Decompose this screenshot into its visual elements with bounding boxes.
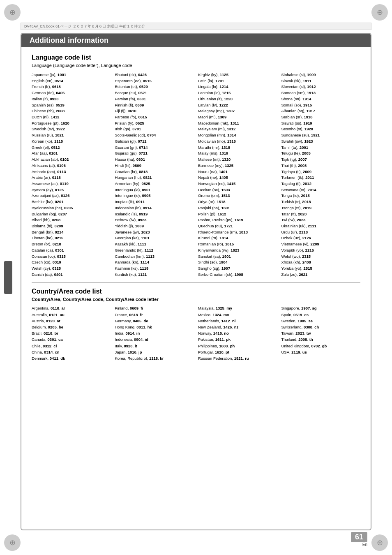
list-item: Cambodian (km), 1113 — [115, 254, 194, 260]
list-item: Ukrainian (uk), 2111 — [281, 223, 361, 229]
list-item: Mexico, 1324. mx — [198, 312, 277, 318]
list-item: Russian (ru), 1821 — [32, 132, 111, 139]
list-item: Azerbaijani (az), 0126 — [32, 193, 111, 199]
list-item: Tagalog (tl), 2012 — [281, 181, 361, 187]
language-list-title: Language code list — [32, 54, 360, 61]
page-number-area: 61 En — [351, 532, 367, 547]
language-col-1: Japanese (ja), 1001English (en), 0514Fre… — [32, 72, 111, 278]
list-item: Hebrew (iw), 0923 — [115, 217, 194, 223]
list-item: Yiddish (ji), 1009 — [115, 223, 194, 229]
list-item: Shona (sn), 1914 — [281, 96, 361, 102]
list-item: Marathi (mr), 1318 — [198, 145, 277, 151]
list-item: Malaysia, 1325. my — [198, 305, 277, 311]
list-item: Danish (da), 0401 — [32, 272, 111, 278]
list-item: Croatian (hr), 0818 — [115, 169, 194, 175]
list-item: Italy, 0920. it — [115, 343, 194, 349]
list-item: Germany, 0405. de — [115, 318, 194, 324]
list-item: Panjabi (pa), 1601 — [198, 205, 277, 211]
list-item: Thailand, 2008. th — [281, 336, 361, 342]
list-item: Thai (th), 2008 — [281, 163, 361, 169]
list-item: Hindi (hi), 0809 — [115, 163, 194, 169]
list-item: Guarani (gn), 0714 — [115, 145, 194, 151]
list-item: France, 0618. fr — [115, 312, 194, 318]
list-item: Japan, 1016. jp — [115, 349, 194, 355]
list-item: Pashto, Pushto (ps), 1619 — [198, 217, 277, 223]
list-item: Serbo-Croatian (sh), 1908 — [198, 272, 277, 278]
list-item: Macedonian (mk), 1311 — [198, 120, 277, 127]
list-item: Romanian (ro), 1815 — [198, 241, 277, 247]
list-item: Volapük (vo), 2215 — [281, 247, 361, 254]
list-item: Greek (el), 0512 — [32, 145, 111, 151]
list-item: Swedish (sv), 1922 — [32, 126, 111, 132]
list-item: Breton (br), 0218 — [32, 241, 111, 247]
list-item: Australia, 0121. au — [32, 312, 111, 318]
language-col-3: Kirghiz (ky), 1125Latin (la), 1201Lingal… — [198, 72, 277, 278]
list-item: Bashkir (ba), 0201 — [32, 199, 111, 205]
list-item: Occitan (oc), 1503 — [198, 187, 277, 193]
list-item: Catalan (ca), 0301 — [32, 247, 111, 254]
list-item: Switzerland, 0308. ch — [281, 324, 361, 330]
page-number-badge: 61 — [351, 532, 367, 542]
list-item: Icelandic (is), 0919 — [115, 211, 194, 217]
list-item: Wolof (wo), 2315 — [281, 254, 361, 260]
list-item: German (de), 0405 — [32, 90, 111, 96]
country-col-2: Finland, 0609. fiFrance, 0618. frGermany… — [115, 305, 194, 361]
list-item: Dutch (nl), 1412 — [32, 114, 111, 120]
list-item: Maori (mi), 1309 — [198, 114, 277, 120]
list-item: Norwegian (no), 1415 — [198, 181, 277, 187]
main-content: Additional information Language code lis… — [21, 33, 371, 530]
header-text: DV48AV_EN.book 61 ページ ２００７年６月６日 水曜日 午前１０… — [24, 24, 145, 29]
list-item: Burmese (my), 1325 — [198, 163, 277, 169]
list-item: Bihari (bh), 0208 — [32, 217, 111, 223]
list-item: Zulu (zu), 2621 — [281, 272, 361, 278]
list-item: Javanese (jw), 1023 — [115, 229, 194, 236]
language-code-table: Japanese (ja), 1001English (en), 0514Fre… — [32, 72, 360, 278]
list-item: Sesotho (st), 1920 — [281, 126, 361, 132]
list-item: Chile, 0312. cl — [32, 343, 111, 349]
list-item: Welsh (cy), 0325 — [32, 266, 111, 272]
country-list-subtitle: Country/Area, Country/Area code, Country… — [32, 297, 360, 302]
list-item: Norway, 1415. no — [198, 330, 277, 336]
list-item: Kirundi (rn), 1814 — [198, 235, 277, 241]
list-item: Malagasy (mg), 1307 — [198, 108, 277, 114]
list-item: Kashmiri (ks), 1119 — [115, 266, 194, 272]
list-item: Russian Federation, 1821. ru — [198, 355, 277, 361]
list-item: Austria, 0120. at — [32, 318, 111, 324]
list-item: Inupiak (ik), 0911 — [115, 199, 194, 205]
list-item: Brazil, 0218. br — [32, 330, 111, 336]
list-item: Netherlands, 1412. nl — [198, 318, 277, 324]
list-item: Turkmen (tk), 2011 — [281, 175, 361, 181]
list-item: Portuguese (pt), 1620 — [32, 120, 111, 127]
list-item: Hausa (ha), 0801 — [115, 157, 194, 163]
list-item: Afrikaans (af), 0106 — [32, 163, 111, 169]
list-item: Tatar (tt), 2020 — [281, 211, 361, 217]
header-bar: DV48AV_EN.book 61 ページ ２００７年６月６日 水曜日 午前１０… — [21, 23, 371, 30]
list-item: Argentina, 0118. ar — [32, 305, 111, 311]
list-item: Abkhazian (ab), 0102 — [32, 157, 111, 163]
list-item: Denmark, 0411. dk — [32, 355, 111, 361]
list-item: Uzbek (uz), 2126 — [281, 235, 361, 241]
list-item: Tigrinya (ti), 2009 — [281, 169, 361, 175]
corner-decoration-tl: ⊕ — [4, 4, 21, 21]
language-col-4: Sinhalese (si), 1909Slovak (sk), 1911Slo… — [281, 72, 361, 278]
list-item: Scots-Gaelic (gd), 0704 — [115, 132, 194, 139]
list-item: Malayalam (ml), 1312 — [198, 126, 277, 132]
list-item: Italian (it), 0920 — [32, 96, 111, 102]
list-item: Sundanese (su), 1921 — [281, 132, 361, 139]
list-item: Spanish (es), 0519 — [32, 102, 111, 109]
list-item: Turkish (tr), 2018 — [281, 199, 361, 205]
country-code-table: Argentina, 0118. arAustralia, 0121. auAu… — [32, 305, 360, 361]
list-item: Rhaeto-Romance (rm), 1813 — [198, 229, 277, 236]
list-item: English (en), 0514 — [32, 78, 111, 84]
corner-decoration-tr: ⊕ — [371, 4, 388, 21]
list-item: Vietnamese (vi), 2209 — [281, 241, 361, 247]
list-item: Gujarati (gu), 0721 — [115, 150, 194, 157]
list-item: Spain, 0519. es — [281, 312, 361, 318]
list-item: Urdu (ur), 2118 — [281, 229, 361, 236]
country-col-1: Argentina, 0118. arAustralia, 0121. auAu… — [32, 305, 111, 361]
language-col-2: Bhutani (dz), 0426Esperanto (eo), 0515Es… — [115, 72, 194, 278]
list-item: Sanskrit (sa), 1901 — [198, 254, 277, 260]
list-item: Sangho (sg), 1907 — [198, 266, 277, 272]
list-item: Frisian (fy), 0625 — [115, 120, 194, 127]
list-item: French (fr), 0618 — [32, 84, 111, 90]
